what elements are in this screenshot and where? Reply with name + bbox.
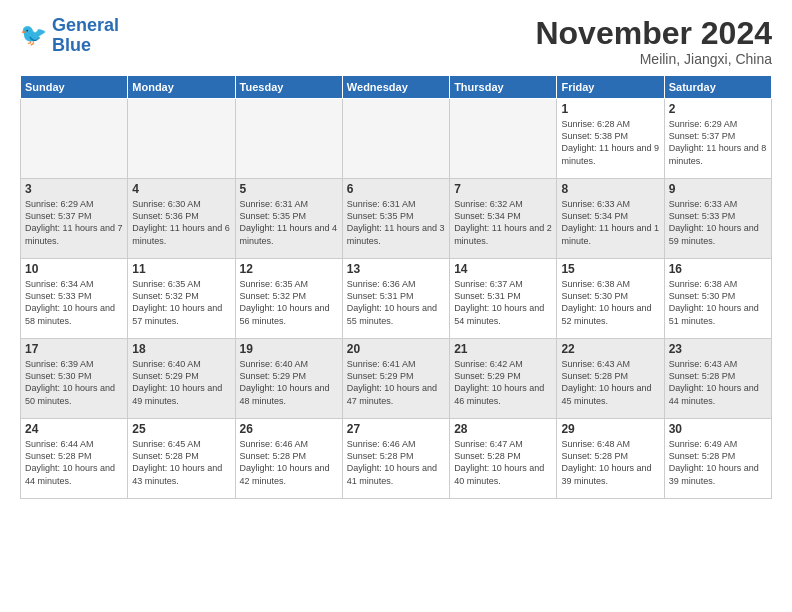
- calendar-week-row: 10Sunrise: 6:34 AM Sunset: 5:33 PM Dayli…: [21, 259, 772, 339]
- cell-info: Sunrise: 6:41 AM Sunset: 5:29 PM Dayligh…: [347, 358, 445, 407]
- day-number: 30: [669, 422, 767, 436]
- table-row: 14Sunrise: 6:37 AM Sunset: 5:31 PM Dayli…: [450, 259, 557, 339]
- col-tuesday: Tuesday: [235, 76, 342, 99]
- day-number: 5: [240, 182, 338, 196]
- calendar-header-row: Sunday Monday Tuesday Wednesday Thursday…: [21, 76, 772, 99]
- day-number: 7: [454, 182, 552, 196]
- table-row: 18Sunrise: 6:40 AM Sunset: 5:29 PM Dayli…: [128, 339, 235, 419]
- day-number: 21: [454, 342, 552, 356]
- table-row: 16Sunrise: 6:38 AM Sunset: 5:30 PM Dayli…: [664, 259, 771, 339]
- cell-info: Sunrise: 6:38 AM Sunset: 5:30 PM Dayligh…: [561, 278, 659, 327]
- table-row: [342, 99, 449, 179]
- table-row: 6Sunrise: 6:31 AM Sunset: 5:35 PM Daylig…: [342, 179, 449, 259]
- cell-info: Sunrise: 6:43 AM Sunset: 5:28 PM Dayligh…: [669, 358, 767, 407]
- day-number: 29: [561, 422, 659, 436]
- table-row: 17Sunrise: 6:39 AM Sunset: 5:30 PM Dayli…: [21, 339, 128, 419]
- table-row: 9Sunrise: 6:33 AM Sunset: 5:33 PM Daylig…: [664, 179, 771, 259]
- location: Meilin, Jiangxi, China: [535, 51, 772, 67]
- page: 🐦 General Blue November 2024 Meilin, Jia…: [0, 0, 792, 612]
- cell-info: Sunrise: 6:49 AM Sunset: 5:28 PM Dayligh…: [669, 438, 767, 487]
- day-number: 19: [240, 342, 338, 356]
- col-wednesday: Wednesday: [342, 76, 449, 99]
- day-number: 4: [132, 182, 230, 196]
- day-number: 22: [561, 342, 659, 356]
- table-row: [450, 99, 557, 179]
- col-friday: Friday: [557, 76, 664, 99]
- day-number: 23: [669, 342, 767, 356]
- cell-info: Sunrise: 6:48 AM Sunset: 5:28 PM Dayligh…: [561, 438, 659, 487]
- day-number: 27: [347, 422, 445, 436]
- table-row: 28Sunrise: 6:47 AM Sunset: 5:28 PM Dayli…: [450, 419, 557, 499]
- day-number: 3: [25, 182, 123, 196]
- table-row: 21Sunrise: 6:42 AM Sunset: 5:29 PM Dayli…: [450, 339, 557, 419]
- header: 🐦 General Blue November 2024 Meilin, Jia…: [20, 16, 772, 67]
- cell-info: Sunrise: 6:35 AM Sunset: 5:32 PM Dayligh…: [240, 278, 338, 327]
- table-row: 11Sunrise: 6:35 AM Sunset: 5:32 PM Dayli…: [128, 259, 235, 339]
- cell-info: Sunrise: 6:36 AM Sunset: 5:31 PM Dayligh…: [347, 278, 445, 327]
- day-number: 16: [669, 262, 767, 276]
- day-number: 9: [669, 182, 767, 196]
- calendar-week-row: 1Sunrise: 6:28 AM Sunset: 5:38 PM Daylig…: [21, 99, 772, 179]
- day-number: 28: [454, 422, 552, 436]
- cell-info: Sunrise: 6:46 AM Sunset: 5:28 PM Dayligh…: [347, 438, 445, 487]
- table-row: 22Sunrise: 6:43 AM Sunset: 5:28 PM Dayli…: [557, 339, 664, 419]
- day-number: 26: [240, 422, 338, 436]
- cell-info: Sunrise: 6:45 AM Sunset: 5:28 PM Dayligh…: [132, 438, 230, 487]
- svg-text:🐦: 🐦: [20, 22, 48, 48]
- cell-info: Sunrise: 6:43 AM Sunset: 5:28 PM Dayligh…: [561, 358, 659, 407]
- table-row: 12Sunrise: 6:35 AM Sunset: 5:32 PM Dayli…: [235, 259, 342, 339]
- day-number: 17: [25, 342, 123, 356]
- calendar-week-row: 3Sunrise: 6:29 AM Sunset: 5:37 PM Daylig…: [21, 179, 772, 259]
- cell-info: Sunrise: 6:31 AM Sunset: 5:35 PM Dayligh…: [347, 198, 445, 247]
- day-number: 24: [25, 422, 123, 436]
- cell-info: Sunrise: 6:37 AM Sunset: 5:31 PM Dayligh…: [454, 278, 552, 327]
- table-row: 8Sunrise: 6:33 AM Sunset: 5:34 PM Daylig…: [557, 179, 664, 259]
- table-row: 5Sunrise: 6:31 AM Sunset: 5:35 PM Daylig…: [235, 179, 342, 259]
- day-number: 13: [347, 262, 445, 276]
- day-number: 15: [561, 262, 659, 276]
- table-row: 15Sunrise: 6:38 AM Sunset: 5:30 PM Dayli…: [557, 259, 664, 339]
- day-number: 18: [132, 342, 230, 356]
- table-row: 30Sunrise: 6:49 AM Sunset: 5:28 PM Dayli…: [664, 419, 771, 499]
- cell-info: Sunrise: 6:39 AM Sunset: 5:30 PM Dayligh…: [25, 358, 123, 407]
- table-row: 20Sunrise: 6:41 AM Sunset: 5:29 PM Dayli…: [342, 339, 449, 419]
- title-block: November 2024 Meilin, Jiangxi, China: [535, 16, 772, 67]
- cell-info: Sunrise: 6:33 AM Sunset: 5:33 PM Dayligh…: [669, 198, 767, 247]
- table-row: 13Sunrise: 6:36 AM Sunset: 5:31 PM Dayli…: [342, 259, 449, 339]
- table-row: 26Sunrise: 6:46 AM Sunset: 5:28 PM Dayli…: [235, 419, 342, 499]
- day-number: 2: [669, 102, 767, 116]
- table-row: 19Sunrise: 6:40 AM Sunset: 5:29 PM Dayli…: [235, 339, 342, 419]
- day-number: 14: [454, 262, 552, 276]
- table-row: 1Sunrise: 6:28 AM Sunset: 5:38 PM Daylig…: [557, 99, 664, 179]
- table-row: [21, 99, 128, 179]
- table-row: 27Sunrise: 6:46 AM Sunset: 5:28 PM Dayli…: [342, 419, 449, 499]
- table-row: 4Sunrise: 6:30 AM Sunset: 5:36 PM Daylig…: [128, 179, 235, 259]
- table-row: 24Sunrise: 6:44 AM Sunset: 5:28 PM Dayli…: [21, 419, 128, 499]
- table-row: [128, 99, 235, 179]
- day-number: 11: [132, 262, 230, 276]
- col-thursday: Thursday: [450, 76, 557, 99]
- day-number: 25: [132, 422, 230, 436]
- day-number: 12: [240, 262, 338, 276]
- cell-info: Sunrise: 6:38 AM Sunset: 5:30 PM Dayligh…: [669, 278, 767, 327]
- table-row: 25Sunrise: 6:45 AM Sunset: 5:28 PM Dayli…: [128, 419, 235, 499]
- day-number: 8: [561, 182, 659, 196]
- day-number: 6: [347, 182, 445, 196]
- month-title: November 2024: [535, 16, 772, 51]
- table-row: 7Sunrise: 6:32 AM Sunset: 5:34 PM Daylig…: [450, 179, 557, 259]
- cell-info: Sunrise: 6:31 AM Sunset: 5:35 PM Dayligh…: [240, 198, 338, 247]
- cell-info: Sunrise: 6:32 AM Sunset: 5:34 PM Dayligh…: [454, 198, 552, 247]
- day-number: 20: [347, 342, 445, 356]
- cell-info: Sunrise: 6:28 AM Sunset: 5:38 PM Dayligh…: [561, 118, 659, 167]
- logo-text: General Blue: [52, 16, 119, 56]
- cell-info: Sunrise: 6:30 AM Sunset: 5:36 PM Dayligh…: [132, 198, 230, 247]
- day-number: 10: [25, 262, 123, 276]
- cell-info: Sunrise: 6:33 AM Sunset: 5:34 PM Dayligh…: [561, 198, 659, 247]
- cell-info: Sunrise: 6:40 AM Sunset: 5:29 PM Dayligh…: [240, 358, 338, 407]
- cell-info: Sunrise: 6:35 AM Sunset: 5:32 PM Dayligh…: [132, 278, 230, 327]
- cell-info: Sunrise: 6:29 AM Sunset: 5:37 PM Dayligh…: [25, 198, 123, 247]
- logo-icon: 🐦: [20, 22, 48, 50]
- logo: 🐦 General Blue: [20, 16, 119, 56]
- col-monday: Monday: [128, 76, 235, 99]
- cell-info: Sunrise: 6:42 AM Sunset: 5:29 PM Dayligh…: [454, 358, 552, 407]
